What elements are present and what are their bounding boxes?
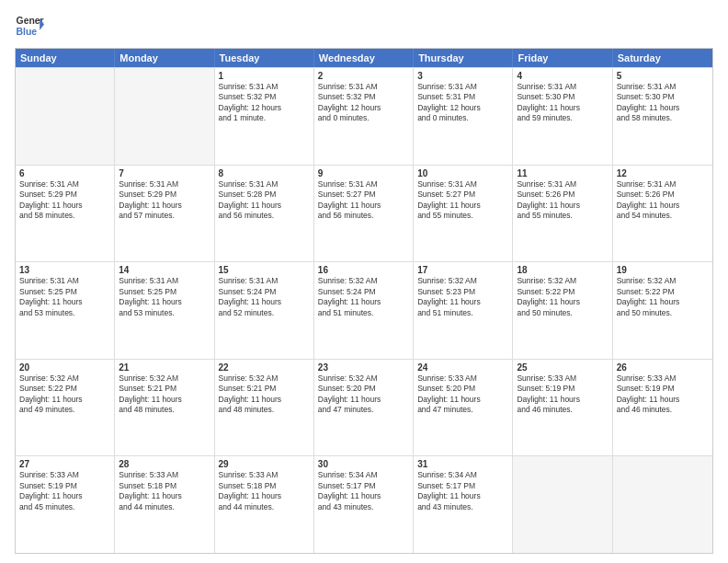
day-number: 3	[417, 71, 508, 81]
cell-line: and 51 minutes.	[417, 308, 508, 318]
cell-line: Sunset: 5:19 PM	[517, 384, 608, 394]
calendar-cell: 8Sunrise: 5:31 AMSunset: 5:28 PMDaylight…	[215, 166, 314, 262]
cell-line: Sunset: 5:25 PM	[119, 287, 210, 297]
cell-line: Sunrise: 5:32 AM	[219, 373, 310, 384]
cell-line: Daylight: 11 hours	[318, 201, 409, 211]
calendar-row-1: 6Sunrise: 5:31 AMSunset: 5:29 PMDaylight…	[16, 165, 712, 262]
cell-line: Daylight: 11 hours	[119, 201, 210, 211]
cell-line: Sunrise: 5:33 AM	[617, 373, 709, 384]
day-number: 14	[119, 265, 210, 275]
cell-line: Daylight: 11 hours	[119, 491, 210, 501]
day-number: 27	[19, 459, 110, 469]
cell-line: Daylight: 11 hours	[617, 103, 709, 113]
cell-line: Sunset: 5:29 PM	[19, 190, 110, 200]
cell-line: Daylight: 11 hours	[417, 201, 508, 211]
cell-line: Sunset: 5:20 PM	[318, 384, 409, 394]
calendar-cell: 17Sunrise: 5:32 AMSunset: 5:23 PMDayligh…	[414, 262, 513, 359]
cell-line: and 44 minutes.	[219, 502, 310, 512]
calendar: SundayMondayTuesdayWednesdayThursdayFrid…	[15, 48, 713, 554]
cell-line: Daylight: 11 hours	[417, 395, 508, 405]
cell-line: Sunrise: 5:33 AM	[119, 470, 210, 480]
cell-line: Sunrise: 5:31 AM	[119, 276, 210, 286]
cell-line: Sunrise: 5:32 AM	[119, 373, 210, 384]
cell-line: Daylight: 11 hours	[19, 297, 110, 307]
cell-line: Sunrise: 5:31 AM	[119, 179, 210, 190]
header-cell-tuesday: Tuesday	[215, 49, 314, 67]
cell-line: and 43 minutes.	[417, 502, 508, 512]
day-number: 2	[318, 71, 409, 81]
calendar-cell	[16, 68, 115, 165]
calendar-cell: 5Sunrise: 5:31 AMSunset: 5:30 PMDaylight…	[613, 68, 712, 165]
day-number: 23	[318, 362, 409, 373]
cell-line: and 51 minutes.	[318, 308, 409, 318]
cell-line: Sunset: 5:20 PM	[417, 384, 508, 394]
calendar-row-3: 20Sunrise: 5:32 AMSunset: 5:22 PMDayligh…	[16, 359, 712, 456]
day-number: 26	[617, 362, 709, 373]
cell-line: Sunrise: 5:32 AM	[318, 276, 409, 286]
cell-line: Sunrise: 5:31 AM	[219, 179, 310, 190]
cell-line: Sunset: 5:32 PM	[318, 92, 409, 102]
cell-line: Daylight: 11 hours	[19, 395, 110, 405]
cell-line: and 58 minutes.	[19, 211, 110, 221]
calendar-cell: 25Sunrise: 5:33 AMSunset: 5:19 PMDayligh…	[513, 360, 612, 456]
header: General Blue	[15, 11, 713, 40]
cell-line: Sunrise: 5:33 AM	[19, 470, 110, 480]
calendar-cell: 10Sunrise: 5:31 AMSunset: 5:27 PMDayligh…	[414, 166, 513, 262]
calendar-cell	[115, 68, 214, 165]
cell-line: Sunset: 5:22 PM	[19, 384, 110, 394]
cell-line: Sunrise: 5:32 AM	[318, 373, 409, 384]
day-number: 16	[318, 265, 409, 275]
cell-line: Sunset: 5:18 PM	[119, 481, 210, 491]
day-number: 9	[318, 168, 409, 178]
cell-line: Sunrise: 5:31 AM	[617, 82, 709, 92]
header-cell-thursday: Thursday	[414, 49, 513, 67]
calendar-cell: 1Sunrise: 5:31 AMSunset: 5:32 PMDaylight…	[215, 68, 314, 165]
cell-line: Sunrise: 5:32 AM	[517, 276, 608, 286]
calendar-cell	[613, 456, 712, 553]
calendar-cell: 22Sunrise: 5:32 AMSunset: 5:21 PMDayligh…	[215, 360, 314, 456]
cell-line: Daylight: 11 hours	[617, 395, 709, 405]
page: General Blue SundayMondayTuesdayWednesda…	[0, 0, 728, 563]
calendar-cell: 20Sunrise: 5:32 AMSunset: 5:22 PMDayligh…	[16, 360, 115, 456]
cell-line: and 55 minutes.	[417, 211, 508, 221]
cell-line: and 44 minutes.	[119, 502, 210, 512]
day-number: 5	[617, 71, 709, 81]
calendar-cell: 27Sunrise: 5:33 AMSunset: 5:19 PMDayligh…	[16, 456, 115, 553]
cell-line: Daylight: 12 hours	[219, 103, 310, 113]
cell-line: Sunrise: 5:31 AM	[517, 179, 608, 190]
cell-line: Sunset: 5:17 PM	[318, 481, 409, 491]
cell-line: Daylight: 11 hours	[517, 201, 608, 211]
day-number: 8	[219, 168, 310, 178]
cell-line: Sunset: 5:22 PM	[617, 287, 709, 297]
day-number: 6	[19, 168, 110, 178]
cell-line: Sunset: 5:19 PM	[19, 481, 110, 491]
cell-line: and 1 minute.	[219, 113, 310, 123]
svg-text:Blue: Blue	[17, 27, 38, 37]
day-number: 18	[517, 265, 608, 275]
cell-line: and 55 minutes.	[517, 211, 608, 221]
calendar-cell: 6Sunrise: 5:31 AMSunset: 5:29 PMDaylight…	[16, 166, 115, 262]
calendar-cell: 2Sunrise: 5:31 AMSunset: 5:32 PMDaylight…	[314, 68, 414, 165]
cell-line: Sunset: 5:32 PM	[219, 92, 310, 102]
cell-line: Daylight: 11 hours	[318, 395, 409, 405]
cell-line: Sunset: 5:24 PM	[219, 287, 310, 297]
cell-line: and 45 minutes.	[19, 502, 110, 512]
day-number: 24	[417, 362, 508, 373]
cell-line: and 43 minutes.	[318, 502, 409, 512]
cell-line: Daylight: 11 hours	[318, 491, 409, 501]
calendar-cell: 15Sunrise: 5:31 AMSunset: 5:24 PMDayligh…	[215, 262, 314, 359]
cell-line: and 48 minutes.	[219, 405, 310, 415]
cell-line: and 50 minutes.	[617, 308, 709, 318]
cell-line: and 52 minutes.	[219, 308, 310, 318]
cell-line: Daylight: 11 hours	[219, 297, 310, 307]
cell-line: Sunset: 5:17 PM	[417, 481, 508, 491]
calendar-row-0: 1Sunrise: 5:31 AMSunset: 5:32 PMDaylight…	[16, 67, 712, 165]
calendar-cell: 28Sunrise: 5:33 AMSunset: 5:18 PMDayligh…	[115, 456, 214, 553]
day-number: 31	[417, 459, 508, 469]
cell-line: Sunrise: 5:33 AM	[219, 470, 310, 480]
cell-line: Sunrise: 5:31 AM	[19, 276, 110, 286]
calendar-cell: 21Sunrise: 5:32 AMSunset: 5:21 PMDayligh…	[115, 360, 214, 456]
cell-line: Daylight: 11 hours	[517, 103, 608, 113]
day-number: 10	[417, 168, 508, 178]
cell-line: Sunrise: 5:33 AM	[417, 373, 508, 384]
